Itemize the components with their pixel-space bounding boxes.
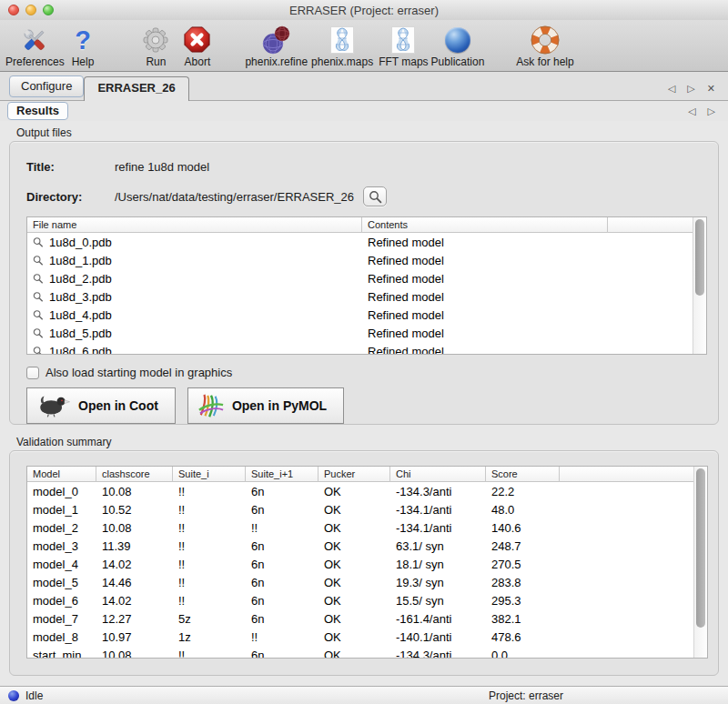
chi-cell[interactable]: 18.1/ syn xyxy=(390,558,486,571)
score-cell[interactable]: 283.8 xyxy=(486,576,560,589)
column-header-chi[interactable]: Chi xyxy=(390,467,486,482)
subtab-prev-icon[interactable]: ◁ xyxy=(688,106,695,116)
validation-table-header[interactable]: Model clashscore Suite_i Suite_i+1 Pucke… xyxy=(27,467,707,482)
clashscore-cell[interactable]: 10.52 xyxy=(96,503,173,517)
suite-i-cell[interactable]: !! xyxy=(173,558,246,571)
score-cell[interactable]: 48.0 xyxy=(486,503,560,517)
score-cell[interactable]: 295.3 xyxy=(486,594,560,608)
contents-cell[interactable]: Refined model xyxy=(362,327,608,340)
chi-cell[interactable]: -134.3/anti xyxy=(390,485,486,498)
browse-directory-button[interactable] xyxy=(363,186,387,206)
contents-cell[interactable]: Refined model xyxy=(362,290,608,304)
chi-cell[interactable]: -161.4/anti xyxy=(390,612,486,626)
pucker-cell[interactable]: OK xyxy=(318,630,390,644)
suite-i1-cell[interactable]: 6n xyxy=(246,485,318,498)
suite-i-cell[interactable]: !! xyxy=(173,576,246,589)
suite-i-cell[interactable]: !! xyxy=(173,594,246,608)
toolbar-button-fft-maps[interactable]: FFT maps xyxy=(379,25,428,68)
pucker-cell[interactable]: OK xyxy=(318,576,390,589)
clashscore-cell[interactable]: 14.02 xyxy=(96,558,173,571)
score-cell[interactable]: 478.6 xyxy=(486,630,560,644)
model-cell[interactable]: model_4 xyxy=(27,558,96,571)
file-row[interactable]: 1u8d_6.pdbRefined model xyxy=(27,342,706,355)
clashscore-cell[interactable]: 11.39 xyxy=(96,539,173,553)
clashscore-cell[interactable]: 10.08 xyxy=(96,649,173,659)
file-table-scrollbar[interactable] xyxy=(693,217,706,354)
validation-row[interactable]: model_712.275z6nOK-161.4/anti382.1 xyxy=(27,609,707,628)
model-cell[interactable]: model_8 xyxy=(27,630,96,644)
column-header-suite-i[interactable]: Suite_i xyxy=(173,467,246,482)
pucker-cell[interactable]: OK xyxy=(318,594,390,608)
validation-row[interactable]: model_010.08!!6nOK-134.3/anti22.2 xyxy=(27,482,707,500)
suite-i-cell[interactable]: !! xyxy=(173,521,246,535)
clashscore-cell[interactable]: 10.97 xyxy=(96,630,173,644)
suite-i1-cell[interactable]: 6n xyxy=(246,503,318,517)
pucker-cell[interactable]: OK xyxy=(318,649,390,659)
score-cell[interactable]: 140.6 xyxy=(486,521,560,535)
column-header-blank[interactable] xyxy=(608,217,706,233)
column-header-score[interactable]: Score xyxy=(486,467,560,482)
validation-row[interactable]: model_514.46!!6nOK19.3/ syn283.8 xyxy=(27,573,707,591)
file-name-cell[interactable]: 1u8d_1.pdb xyxy=(27,254,362,267)
file-name-cell[interactable]: 1u8d_5.pdb xyxy=(27,327,362,340)
suite-i1-cell[interactable]: 6n xyxy=(246,649,318,659)
suite-i1-cell[interactable]: 6n xyxy=(246,539,318,553)
contents-cell[interactable]: Refined model xyxy=(362,272,608,286)
clashscore-cell[interactable]: 14.46 xyxy=(96,576,173,589)
suite-i1-cell[interactable]: 6n xyxy=(246,576,318,589)
clashscore-cell[interactable]: 14.02 xyxy=(96,594,173,608)
clashscore-cell[interactable]: 10.08 xyxy=(96,485,173,498)
validation-row[interactable]: model_210.08!!!!OK-134.1/anti140.6 xyxy=(27,518,707,537)
suite-i1-cell[interactable]: !! xyxy=(246,630,318,644)
chi-cell[interactable]: -134.1/anti xyxy=(390,503,486,517)
suite-i-cell[interactable]: 5z xyxy=(173,612,246,626)
pucker-cell[interactable]: OK xyxy=(318,558,390,571)
scrollbar-thumb[interactable] xyxy=(695,219,704,296)
suite-i-cell[interactable]: 1z xyxy=(173,630,246,644)
clashscore-cell[interactable]: 12.27 xyxy=(96,612,173,626)
validation-row[interactable]: model_414.02!!6nOK18.1/ syn270.5 xyxy=(27,555,707,573)
file-row[interactable]: 1u8d_3.pdbRefined model xyxy=(27,287,706,306)
pucker-cell[interactable]: OK xyxy=(318,521,390,535)
chi-cell[interactable]: 15.5/ syn xyxy=(390,594,486,608)
clashscore-cell[interactable]: 10.08 xyxy=(96,521,173,535)
model-cell[interactable]: model_0 xyxy=(27,485,96,498)
file-row[interactable]: 1u8d_5.pdbRefined model xyxy=(27,324,706,342)
validation-row[interactable]: model_810.971z!!OK-140.1/anti478.6 xyxy=(27,628,707,646)
toolbar-button-phenix-refine[interactable]: phenix.refine xyxy=(245,25,308,68)
validation-row[interactable]: start_min10.08!!6nOK-134.3/anti0.0 xyxy=(27,646,707,659)
pucker-cell[interactable]: OK xyxy=(318,612,390,626)
column-header-blank[interactable] xyxy=(560,467,707,482)
score-cell[interactable]: 22.2 xyxy=(486,485,560,498)
toolbar-button-abort[interactable]: Abort xyxy=(183,25,211,68)
open-in-coot-button[interactable]: Open in Coot xyxy=(26,387,176,424)
suite-i1-cell[interactable]: 6n xyxy=(246,594,318,608)
file-name-cell[interactable]: 1u8d_0.pdb xyxy=(27,236,362,249)
toolbar-button-phenix-maps[interactable]: phenix.maps xyxy=(311,25,373,68)
column-header-model[interactable]: Model xyxy=(27,467,96,482)
contents-cell[interactable]: Refined model xyxy=(362,345,608,356)
model-cell[interactable]: model_6 xyxy=(27,594,96,608)
close-window-button[interactable] xyxy=(8,5,19,15)
score-cell[interactable]: 0.0 xyxy=(486,649,560,659)
file-name-cell[interactable]: 1u8d_3.pdb xyxy=(27,290,362,304)
tab-erraser-26[interactable]: ERRASER_26 xyxy=(84,76,188,101)
suite-i-cell[interactable]: !! xyxy=(173,539,246,553)
tab-configure[interactable]: Configure xyxy=(9,75,84,97)
file-name-cell[interactable]: 1u8d_4.pdb xyxy=(27,308,362,322)
load-starting-model-checkbox[interactable] xyxy=(26,367,39,379)
chi-cell[interactable]: 63.1/ syn xyxy=(390,539,486,553)
model-cell[interactable]: model_2 xyxy=(27,521,96,535)
open-in-pymol-button[interactable]: Open in PyMOL xyxy=(187,387,344,424)
file-row[interactable]: 1u8d_4.pdbRefined model xyxy=(27,306,706,324)
toolbar-button-help[interactable]: ? Help xyxy=(72,25,95,68)
model-cell[interactable]: model_3 xyxy=(27,539,96,553)
suite-i-cell[interactable]: !! xyxy=(173,503,246,517)
contents-cell[interactable]: Refined model xyxy=(362,308,608,322)
zoom-window-button[interactable] xyxy=(43,5,54,15)
contents-cell[interactable]: Refined model xyxy=(362,236,608,249)
suite-i-cell[interactable]: !! xyxy=(173,649,246,659)
pucker-cell[interactable]: OK xyxy=(318,539,390,553)
pucker-cell[interactable]: OK xyxy=(318,485,390,498)
pucker-cell[interactable]: OK xyxy=(318,503,390,517)
